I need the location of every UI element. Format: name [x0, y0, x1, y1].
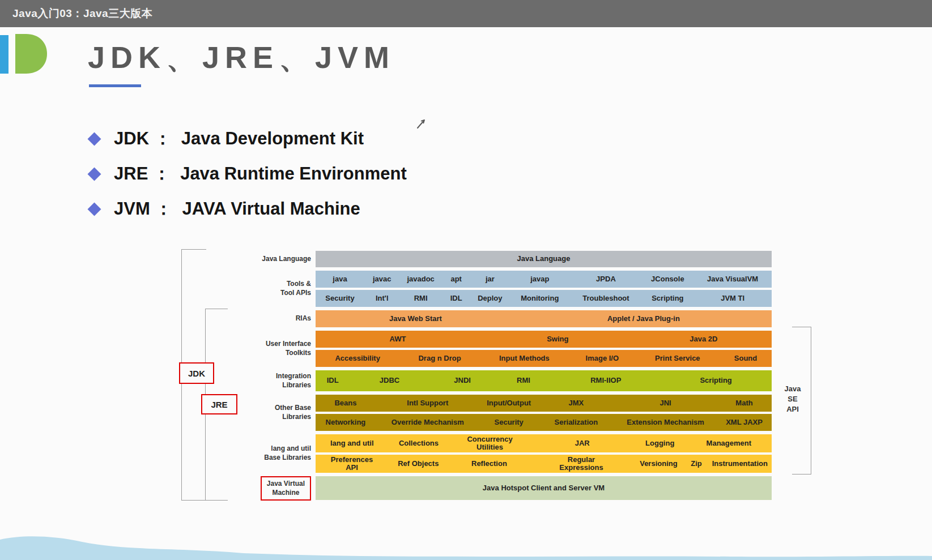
- diagram-row-label-column: Java Language: [249, 251, 316, 267]
- diagram-cell: Int'l: [364, 290, 400, 307]
- diagram-rows: lang and utilCollectionsConcurrency Util…: [316, 434, 772, 473]
- diagram-row-label-column: Other Base Libraries: [249, 395, 316, 431]
- diagram-band-row: Java Hotspot Client and Server VM: [316, 476, 772, 500]
- diagram-cell: lang and util: [316, 434, 389, 452]
- diagram-cell: Scripting: [660, 370, 772, 391]
- diagram-cell: java: [316, 271, 364, 288]
- diagram-rows: Java Web StartApplet / Java Plug-in: [316, 310, 772, 327]
- bullet-list: JDK ： Java Development Kit JRE ： Java Ru…: [90, 121, 407, 226]
- diagram-cell: Preferences API: [316, 455, 388, 473]
- diagram-rows: Java Language: [316, 251, 772, 267]
- diagram-group-java-language: Java LanguageJava Language: [249, 251, 772, 267]
- diagram-cell: XML JAXP: [717, 414, 772, 431]
- diagram-cell: Concurrency Utilities: [449, 434, 530, 452]
- diagram-band-row: Preferences APIRef ObjectsReflectionRegu…: [316, 455, 772, 473]
- diagram-cell: Versioning: [633, 455, 685, 473]
- diagram-cell: JAR: [531, 434, 634, 452]
- diagram-row-label: RIAs: [296, 314, 311, 323]
- diagram-cell: RMI-IIOP: [551, 370, 660, 391]
- diagram-row-label: User Interface Toolkits: [266, 340, 311, 357]
- diagram-cell: Java Language: [316, 251, 772, 267]
- page-title: JDK、JRE、JVM: [88, 37, 395, 79]
- diagram-cell: JPDA: [570, 271, 641, 288]
- diagram-rows: javajavacjavadocaptjarjavapJPDAJConsoleJ…: [316, 271, 772, 307]
- diagram-cell: javap: [509, 271, 570, 288]
- diagram-cell: Zip: [684, 455, 708, 473]
- diagram-cell: Drag n Drop: [399, 350, 479, 367]
- diamond-bullet-icon: [87, 202, 101, 216]
- diagram-band-row: SecurityInt'lRMIIDLDeployMonitoringTroub…: [316, 290, 772, 307]
- diagram-cell: Image I/O: [569, 350, 636, 367]
- diagram-rows: AWTSwingJava 2DAccessibilityDrag n DropI…: [316, 331, 772, 367]
- diagram-band-row: AWTSwingJava 2D: [316, 331, 772, 348]
- diagram-cell: Security: [316, 290, 364, 307]
- diagram-cell: Deploy: [471, 290, 509, 307]
- diagram-cell: Java Web Start: [316, 310, 516, 327]
- diagram-cell: Java Hotspot Client and Server VM: [316, 476, 772, 500]
- diagram-cell: Regular Expressions: [530, 455, 632, 473]
- diagram-cell: JVM TI: [693, 290, 772, 307]
- diagram-group-lang-util-base-libraries: lang and util Base Librarieslang and uti…: [249, 434, 772, 473]
- diagram-band-row: BeansIntl SupportInput/OutputJMXJNIMath: [316, 395, 772, 412]
- diamond-bullet-icon: [87, 132, 101, 146]
- diagram-cell: RMI: [495, 370, 551, 391]
- diagram-row-label-column: Java Virtual Machine: [249, 476, 316, 501]
- diagram-cell: jar: [471, 271, 509, 288]
- diagram-row-label-column: Integration Libraries: [249, 370, 316, 391]
- bullet-text: JRE ： Java Runtime Environment: [114, 162, 407, 186]
- diagram-cell: Intl Support: [376, 395, 480, 412]
- diagram-rows: Java Hotspot Client and Server VM: [316, 476, 772, 501]
- diagram-row-label-column: lang and util Base Libraries: [249, 434, 316, 473]
- diagram-row-label: Java Language: [262, 255, 311, 264]
- bullet-text: JVM ： JAVA Virtual Machine: [114, 197, 360, 221]
- diagram-row-label: lang and util Base Libraries: [264, 444, 311, 462]
- java-architecture-diagram: Java LanguageJava LanguageTools & Tool A…: [249, 251, 772, 504]
- diagram-cell: JMX: [538, 395, 615, 412]
- bullet-item-jdk: JDK ： Java Development Kit: [90, 121, 407, 156]
- diagram-cell: Swing: [480, 331, 636, 348]
- diagram-cell: Accessibility: [316, 350, 399, 367]
- diagram-cell: JNDI: [429, 370, 496, 391]
- brand-logo-icon: [0, 33, 54, 80]
- diagram-cell: Applet / Java Plug-in: [516, 310, 772, 327]
- diagram-group-integration-libraries: Integration LibrariesIDLJDBCJNDIRMIRMI-I…: [249, 370, 772, 391]
- diagram-rows: IDLJDBCJNDIRMIRMI-IIOPScripting: [316, 370, 772, 391]
- diagram-cell: Security: [480, 414, 538, 431]
- diagram-cell: javadoc: [400, 271, 442, 288]
- diagram-cell: apt: [442, 271, 471, 288]
- diagram-cell: Override Mechanism: [376, 414, 480, 431]
- diagram-group-rias: RIAsJava Web StartApplet / Java Plug-in: [249, 310, 772, 327]
- diagram-group-tools: Tools & Tool APIsjavajavacjavadocaptjarj…: [249, 271, 772, 307]
- diagram-cell: Logging: [634, 434, 686, 452]
- video-title-bar: Java入门03：Java三大版本: [0, 0, 932, 27]
- diagram-band-row: Java Language: [316, 251, 772, 267]
- diagram-cell: IDL: [316, 370, 350, 391]
- diagram-cell: JDBC: [350, 370, 429, 391]
- diagram-cell: Networking: [316, 414, 376, 431]
- diagram-cell: RMI: [400, 290, 442, 307]
- bullet-item-jvm: JVM ： JAVA Virtual Machine: [90, 191, 407, 226]
- diagram-band-row: IDLJDBCJNDIRMIRMI-IIOPScripting: [316, 370, 772, 391]
- bullet-item-jre: JRE ： Java Runtime Environment: [90, 156, 407, 191]
- java-se-api-label: Java SE API: [779, 384, 806, 415]
- diagram-band-row: javajavacjavadocaptjarjavapJPDAJConsoleJ…: [316, 271, 772, 288]
- diagram-row-label: Other Base Libraries: [275, 404, 311, 421]
- diagram-band-row: lang and utilCollectionsConcurrency Util…: [316, 434, 772, 452]
- diagram-cell: Instrumentation: [708, 455, 772, 473]
- diagram-group-java-virtual-machine: Java Virtual MachineJava Hotspot Client …: [249, 476, 772, 501]
- diagram-cell: Input Methods: [480, 350, 569, 367]
- diamond-bullet-icon: [87, 167, 101, 181]
- diagram-cell: Ref Objects: [388, 455, 448, 473]
- diagram-cell: IDL: [442, 290, 471, 307]
- diagram-cell: javac: [364, 271, 400, 288]
- jre-highlight-box: JRE: [201, 394, 237, 414]
- video-title: Java入门03：Java三大版本: [12, 6, 152, 21]
- diagram-cell: Java 2D: [636, 331, 772, 348]
- diagram-row-label-column: Tools & Tool APIs: [249, 271, 316, 307]
- pen-cursor-icon: [415, 116, 430, 130]
- diagram-cell: Scripting: [641, 290, 693, 307]
- diagram-cell: Management: [686, 434, 772, 452]
- bullet-text: JDK ： Java Development Kit: [114, 127, 364, 151]
- diagram-cell: Serialization: [538, 414, 615, 431]
- diagram-row-label: Integration Libraries: [276, 372, 311, 390]
